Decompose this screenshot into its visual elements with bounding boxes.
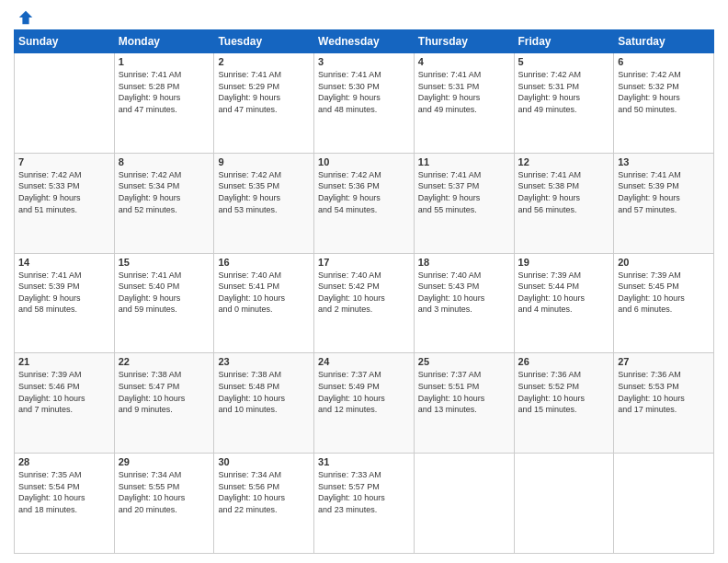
day-number: 30 (218, 456, 310, 467)
calendar-day-header: Monday (114, 30, 214, 53)
calendar-header-row: SundayMondayTuesdayWednesdayThursdayFrid… (15, 30, 714, 53)
day-number: 26 (518, 356, 610, 367)
calendar-cell: 20Sunrise: 7:39 AMSunset: 5:45 PMDayligh… (614, 253, 714, 353)
day-number: 10 (318, 156, 410, 167)
calendar-cell: 30Sunrise: 7:34 AMSunset: 5:56 PMDayligh… (214, 454, 314, 554)
day-number: 25 (418, 356, 510, 367)
day-number: 14 (18, 257, 110, 268)
calendar-cell: 15Sunrise: 7:41 AMSunset: 5:40 PMDayligh… (114, 253, 214, 353)
calendar-day-header: Wednesday (314, 30, 415, 53)
calendar-cell: 2Sunrise: 7:41 AMSunset: 5:29 PMDaylight… (214, 53, 314, 154)
calendar-cell: 14Sunrise: 7:41 AMSunset: 5:39 PMDayligh… (15, 253, 115, 353)
day-info: Sunrise: 7:37 AMSunset: 5:49 PMDaylight:… (318, 369, 410, 415)
calendar-week-row: 7Sunrise: 7:42 AMSunset: 5:33 PMDaylight… (15, 153, 714, 253)
day-number: 29 (119, 456, 210, 467)
day-info: Sunrise: 7:37 AMSunset: 5:51 PMDaylight:… (418, 369, 510, 415)
day-info: Sunrise: 7:41 AMSunset: 5:28 PMDaylight:… (119, 69, 210, 115)
calendar-cell: 22Sunrise: 7:38 AMSunset: 5:47 PMDayligh… (114, 353, 214, 454)
day-info: Sunrise: 7:36 AMSunset: 5:52 PMDaylight:… (518, 369, 610, 415)
day-number: 20 (618, 257, 710, 268)
calendar-cell: 11Sunrise: 7:41 AMSunset: 5:37 PMDayligh… (414, 153, 514, 253)
day-info: Sunrise: 7:36 AMSunset: 5:53 PMDaylight:… (618, 369, 710, 415)
day-number: 9 (218, 156, 310, 167)
calendar-week-row: 14Sunrise: 7:41 AMSunset: 5:39 PMDayligh… (15, 253, 714, 353)
calendar-cell: 27Sunrise: 7:36 AMSunset: 5:53 PMDayligh… (614, 353, 714, 454)
day-number: 4 (418, 56, 510, 67)
calendar-cell: 5Sunrise: 7:42 AMSunset: 5:31 PMDaylight… (514, 53, 614, 154)
calendar-cell: 19Sunrise: 7:39 AMSunset: 5:44 PMDayligh… (514, 253, 614, 353)
day-info: Sunrise: 7:34 AMSunset: 5:55 PMDaylight:… (119, 469, 210, 515)
day-info: Sunrise: 7:40 AMSunset: 5:42 PMDaylight:… (318, 270, 410, 316)
calendar-day-header: Tuesday (214, 30, 314, 53)
calendar-cell: 1Sunrise: 7:41 AMSunset: 5:28 PMDaylight… (114, 53, 214, 154)
calendar-week-row: 21Sunrise: 7:39 AMSunset: 5:46 PMDayligh… (15, 353, 714, 454)
day-info: Sunrise: 7:41 AMSunset: 5:40 PMDaylight:… (119, 270, 210, 316)
calendar-cell: 3Sunrise: 7:41 AMSunset: 5:30 PMDaylight… (314, 53, 415, 154)
day-number: 28 (18, 456, 110, 467)
day-number: 16 (218, 257, 310, 268)
calendar-cell: 24Sunrise: 7:37 AMSunset: 5:49 PMDayligh… (314, 353, 415, 454)
calendar-cell: 9Sunrise: 7:42 AMSunset: 5:35 PMDaylight… (214, 153, 314, 253)
calendar-cell: 28Sunrise: 7:35 AMSunset: 5:54 PMDayligh… (15, 454, 115, 554)
calendar-cell: 7Sunrise: 7:42 AMSunset: 5:33 PMDaylight… (15, 153, 115, 253)
day-number: 22 (119, 356, 210, 367)
calendar-cell: 17Sunrise: 7:40 AMSunset: 5:42 PMDayligh… (314, 253, 415, 353)
day-number: 5 (518, 56, 610, 67)
day-info: Sunrise: 7:39 AMSunset: 5:46 PMDaylight:… (18, 369, 110, 415)
calendar-cell: 4Sunrise: 7:41 AMSunset: 5:31 PMDaylight… (414, 53, 514, 154)
day-info: Sunrise: 7:41 AMSunset: 5:38 PMDaylight:… (518, 169, 610, 215)
svg-marker-0 (19, 11, 32, 24)
calendar-day-header: Sunday (15, 30, 115, 53)
day-info: Sunrise: 7:42 AMSunset: 5:32 PMDaylight:… (618, 69, 710, 115)
day-number: 19 (518, 257, 610, 268)
logo (14, 9, 34, 22)
day-info: Sunrise: 7:42 AMSunset: 5:33 PMDaylight:… (18, 169, 110, 215)
day-info: Sunrise: 7:38 AMSunset: 5:48 PMDaylight:… (218, 369, 310, 415)
day-number: 7 (18, 156, 110, 167)
day-number: 31 (318, 456, 410, 467)
day-number: 11 (418, 156, 510, 167)
calendar-cell: 26Sunrise: 7:36 AMSunset: 5:52 PMDayligh… (514, 353, 614, 454)
calendar-table: SundayMondayTuesdayWednesdayThursdayFrid… (14, 29, 714, 554)
day-info: Sunrise: 7:42 AMSunset: 5:34 PMDaylight:… (119, 169, 210, 215)
calendar-cell: 25Sunrise: 7:37 AMSunset: 5:51 PMDayligh… (414, 353, 514, 454)
day-info: Sunrise: 7:40 AMSunset: 5:43 PMDaylight:… (418, 270, 510, 316)
day-info: Sunrise: 7:42 AMSunset: 5:35 PMDaylight:… (218, 169, 310, 215)
calendar-day-header: Friday (514, 30, 614, 53)
day-info: Sunrise: 7:38 AMSunset: 5:47 PMDaylight:… (119, 369, 210, 415)
day-info: Sunrise: 7:41 AMSunset: 5:31 PMDaylight:… (418, 69, 510, 115)
day-info: Sunrise: 7:41 AMSunset: 5:29 PMDaylight:… (218, 69, 310, 115)
day-number: 18 (418, 257, 510, 268)
day-number: 12 (518, 156, 610, 167)
calendar-cell (15, 53, 115, 154)
calendar-cell: 21Sunrise: 7:39 AMSunset: 5:46 PMDayligh… (15, 353, 115, 454)
calendar-day-header: Thursday (414, 30, 514, 53)
calendar-cell: 13Sunrise: 7:41 AMSunset: 5:39 PMDayligh… (614, 153, 714, 253)
calendar-week-row: 28Sunrise: 7:35 AMSunset: 5:54 PMDayligh… (15, 454, 714, 554)
calendar-cell: 12Sunrise: 7:41 AMSunset: 5:38 PMDayligh… (514, 153, 614, 253)
day-info: Sunrise: 7:42 AMSunset: 5:36 PMDaylight:… (318, 169, 410, 215)
day-info: Sunrise: 7:41 AMSunset: 5:39 PMDaylight:… (18, 270, 110, 316)
calendar-cell (414, 454, 514, 554)
calendar-cell: 10Sunrise: 7:42 AMSunset: 5:36 PMDayligh… (314, 153, 415, 253)
calendar-cell: 31Sunrise: 7:33 AMSunset: 5:57 PMDayligh… (314, 454, 415, 554)
day-info: Sunrise: 7:40 AMSunset: 5:41 PMDaylight:… (218, 270, 310, 316)
day-info: Sunrise: 7:41 AMSunset: 5:39 PMDaylight:… (618, 169, 710, 215)
header (14, 9, 714, 22)
calendar-cell: 16Sunrise: 7:40 AMSunset: 5:41 PMDayligh… (214, 253, 314, 353)
day-number: 3 (318, 56, 410, 67)
calendar-cell (514, 454, 614, 554)
day-number: 2 (218, 56, 310, 67)
day-info: Sunrise: 7:41 AMSunset: 5:30 PMDaylight:… (318, 69, 410, 115)
day-info: Sunrise: 7:42 AMSunset: 5:31 PMDaylight:… (518, 69, 610, 115)
day-number: 21 (18, 356, 110, 367)
day-info: Sunrise: 7:35 AMSunset: 5:54 PMDaylight:… (18, 469, 110, 515)
calendar-cell: 29Sunrise: 7:34 AMSunset: 5:55 PMDayligh… (114, 454, 214, 554)
day-info: Sunrise: 7:34 AMSunset: 5:56 PMDaylight:… (218, 469, 310, 515)
day-number: 24 (318, 356, 410, 367)
calendar-cell: 6Sunrise: 7:42 AMSunset: 5:32 PMDaylight… (614, 53, 714, 154)
day-info: Sunrise: 7:39 AMSunset: 5:45 PMDaylight:… (618, 270, 710, 316)
calendar-week-row: 1Sunrise: 7:41 AMSunset: 5:28 PMDaylight… (15, 53, 714, 154)
day-number: 1 (119, 56, 210, 67)
calendar-cell: 23Sunrise: 7:38 AMSunset: 5:48 PMDayligh… (214, 353, 314, 454)
